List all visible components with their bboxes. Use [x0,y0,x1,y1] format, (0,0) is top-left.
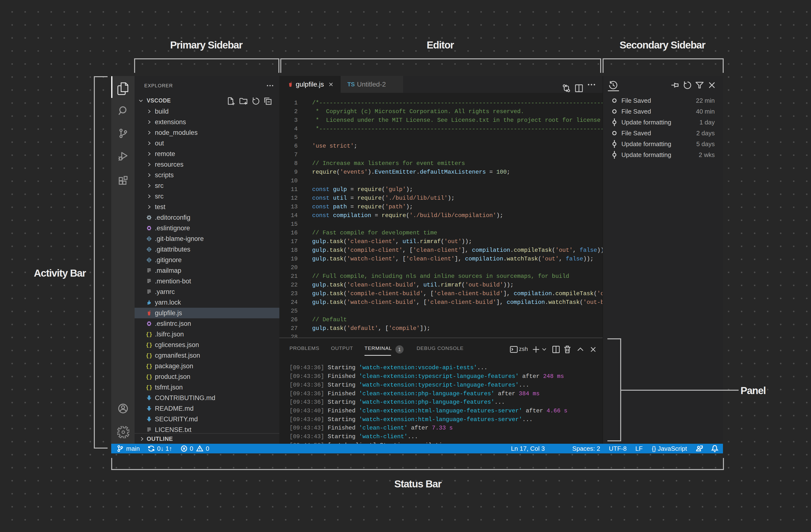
svg-text:{}: {} [146,363,152,369]
svg-text:{}: {} [146,342,152,348]
svg-text:{}: {} [146,385,152,390]
svg-text:{}: {} [146,374,152,380]
svg-text:{}: {} [146,332,152,338]
svg-text:{}: {} [146,353,152,359]
